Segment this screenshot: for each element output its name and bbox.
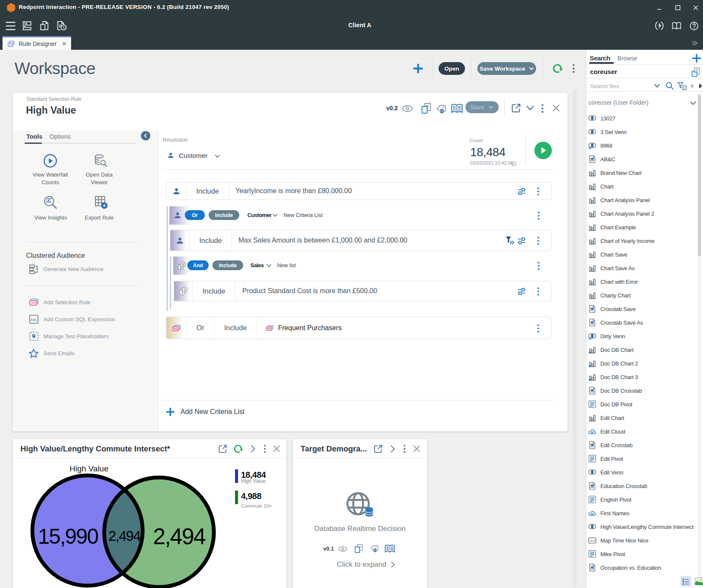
svg-text:2,494: 2,494 xyxy=(153,524,205,549)
svg-text:15,990: 15,990 xyxy=(38,525,98,548)
svg-text:$: $ xyxy=(180,265,181,269)
svg-text:SQL: SQL xyxy=(31,318,37,322)
svg-text:$: $ xyxy=(184,288,185,291)
svg-text:$: $ xyxy=(182,263,184,266)
svg-text:2,494: 2,494 xyxy=(108,528,141,544)
svg-text:$: $ xyxy=(181,291,183,294)
svg-text:High Value: High Value xyxy=(69,464,109,473)
